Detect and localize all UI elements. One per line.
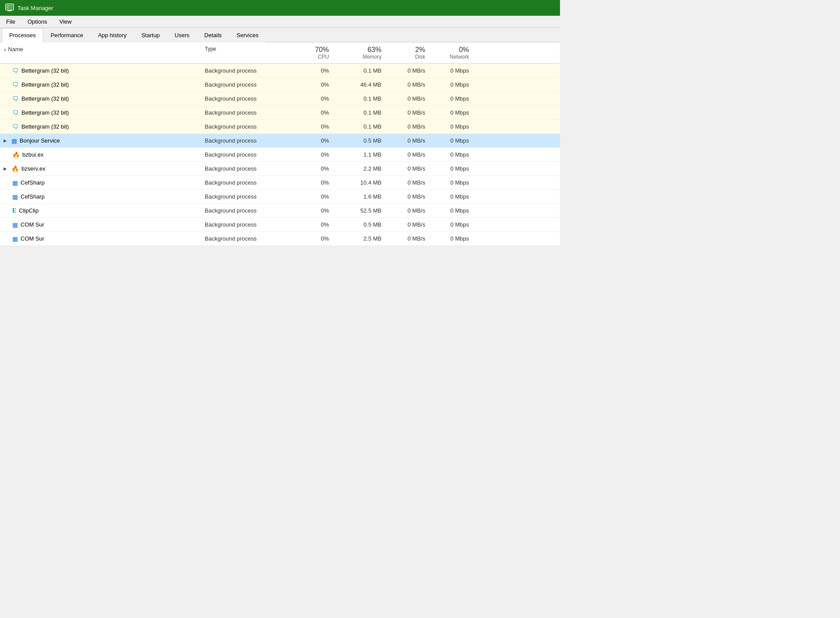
table-row[interactable]: 🗨 Bettergram (32 bit) Background process… <box>0 106 560 120</box>
process-disk-cell: 0 MB/s <box>385 66 429 76</box>
process-type-cell: Background process <box>201 108 289 118</box>
process-table: 🗨 Bettergram (32 bit) Background process… <box>0 64 560 246</box>
process-icon: 🗨 <box>12 81 19 88</box>
cpu-percent: 70% <box>292 46 329 54</box>
process-name-text: CefSharp <box>21 179 45 186</box>
tab-services[interactable]: Services <box>229 28 266 42</box>
menu-options[interactable]: Options <box>25 17 50 26</box>
network-percent: 0% <box>432 46 469 54</box>
col-cpu-header[interactable]: 70% CPU <box>289 44 332 62</box>
expand-arrow: ▶ <box>4 166 7 171</box>
process-name-cell: 🗨 Bettergram (32 bit) <box>0 121 201 132</box>
process-type-cell: Background process <box>201 164 289 174</box>
process-icon: 🗨 <box>12 123 19 130</box>
table-row[interactable]: 🔥 bzbui.ex Background process 0% 1.1 MB … <box>0 148 560 162</box>
process-name-cell: 🔥 bzbui.ex <box>0 150 201 160</box>
table-row[interactable]: ▦ CefSharp Background process 0% 1.6 MB … <box>0 190 560 204</box>
process-name-cell: 🗨 Bettergram (32 bit) <box>0 93 201 104</box>
process-icon: ▦ <box>12 221 18 228</box>
process-name-cell: ▶ 🔥 bzserv.ex <box>0 164 201 174</box>
process-name-cell: ▦ COM Sur <box>0 220 201 230</box>
title-bar: Task Manager <box>0 0 560 16</box>
process-memory-cell: 2.5 MB <box>332 234 385 244</box>
process-disk-cell: 0 MB/s <box>385 234 429 244</box>
table-header: ∧ Name Type 70% CPU 63% Memory 2% Disk 0… <box>0 42 560 64</box>
process-network-cell: 0 Mbps <box>429 66 472 76</box>
process-cpu-cell: 0% <box>289 122 332 132</box>
process-cpu-cell: 0% <box>289 80 332 90</box>
process-type-cell: Background process <box>201 80 289 90</box>
table-row[interactable]: E ClipClip Background process 0% 52.5 MB… <box>0 204 560 218</box>
process-type-cell: Background process <box>201 150 289 160</box>
memory-label: Memory <box>336 54 382 60</box>
table-row[interactable]: 🗨 Bettergram (32 bit) Background process… <box>0 78 560 92</box>
process-type-cell: Background process <box>201 192 289 202</box>
table-row[interactable]: 🗨 Bettergram (32 bit) Background process… <box>0 120 560 134</box>
col-name-header[interactable]: ∧ Name <box>0 44 201 62</box>
col-disk-header[interactable]: 2% Disk <box>385 44 429 62</box>
tab-app-history[interactable]: App history <box>91 28 134 42</box>
menu-view[interactable]: View <box>57 17 74 26</box>
process-type-cell: Background process <box>201 178 289 188</box>
title-bar-text: Task Manager <box>18 5 53 11</box>
process-memory-cell: 0.1 MB <box>332 94 385 104</box>
process-disk-cell: 0 MB/s <box>385 164 429 174</box>
process-name-text: Bettergram (32 bit) <box>21 67 69 74</box>
process-icon: 🔥 <box>11 165 19 172</box>
process-icon: 🔥 <box>12 151 20 158</box>
process-icon: E <box>12 207 16 214</box>
process-icon: ▦ <box>12 235 18 242</box>
table-row[interactable]: ▶ 🔥 bzserv.ex Background process 0% 2.2 … <box>0 162 560 176</box>
process-cpu-cell: 0% <box>289 136 332 146</box>
table-row[interactable]: 🗨 Bettergram (32 bit) Background process… <box>0 64 560 78</box>
process-name-text: CefSharp <box>21 193 45 200</box>
expand-arrow: ▶ <box>4 138 7 143</box>
disk-percent: 2% <box>388 46 425 54</box>
tab-details[interactable]: Details <box>197 28 229 42</box>
svg-rect-4 <box>7 7 9 9</box>
cpu-label: CPU <box>292 54 329 60</box>
process-name-text: Bettergram (32 bit) <box>21 95 69 102</box>
network-label: Network <box>432 54 469 60</box>
tabs-bar: Processes Performance App history Startu… <box>0 28 560 42</box>
table-row[interactable]: ▦ CefSharp Background process 0% 10.4 MB… <box>0 176 560 190</box>
table-row[interactable]: ▦ COM Sur Background process 0% 2.5 MB 0… <box>0 232 560 246</box>
process-cpu-cell: 0% <box>289 178 332 188</box>
process-icon: ▦ <box>11 137 17 144</box>
process-disk-cell: 0 MB/s <box>385 108 429 118</box>
svg-rect-3 <box>10 5 13 7</box>
process-cpu-cell: 0% <box>289 150 332 160</box>
process-name-text: Bettergram (32 bit) <box>21 81 69 88</box>
tab-performance[interactable]: Performance <box>43 28 91 42</box>
process-memory-cell: 10.4 MB <box>332 178 385 188</box>
process-cpu-cell: 0% <box>289 164 332 174</box>
process-name-cell: 🗨 Bettergram (32 bit) <box>0 107 201 118</box>
menu-file[interactable]: File <box>4 17 18 26</box>
process-name-text: COM Sur <box>21 221 44 228</box>
table-row[interactable]: ▦ COM Sur Background process 0% 0.5 MB 0… <box>0 218 560 232</box>
col-type-header[interactable]: Type <box>201 44 289 62</box>
process-network-cell: 0 Mbps <box>429 206 472 216</box>
sort-arrow: ∧ <box>4 47 7 52</box>
tab-processes[interactable]: Processes <box>2 28 43 42</box>
table-row[interactable]: 🗨 Bettergram (32 bit) Background process… <box>0 92 560 106</box>
process-name-text: bzbui.ex <box>22 151 43 158</box>
table-row[interactable]: ▶ ▦ Bonjour Service Background process 0… <box>0 134 560 148</box>
process-type-cell: Background process <box>201 66 289 76</box>
tab-users[interactable]: Users <box>167 28 197 42</box>
col-network-header[interactable]: 0% Network <box>429 44 472 62</box>
process-type-cell: Background process <box>201 220 289 230</box>
process-cpu-cell: 0% <box>289 206 332 216</box>
disk-label: Disk <box>388 54 425 60</box>
process-network-cell: 0 Mbps <box>429 108 472 118</box>
tab-startup[interactable]: Startup <box>134 28 167 42</box>
col-memory-header[interactable]: 63% Memory <box>332 44 385 62</box>
process-disk-cell: 0 MB/s <box>385 150 429 160</box>
process-icon: 🗨 <box>12 109 19 116</box>
process-disk-cell: 0 MB/s <box>385 192 429 202</box>
process-memory-cell: 0.1 MB <box>332 108 385 118</box>
process-disk-cell: 0 MB/s <box>385 206 429 216</box>
process-network-cell: 0 Mbps <box>429 220 472 230</box>
taskmanager-icon <box>5 3 14 12</box>
process-name-cell: 🗨 Bettergram (32 bit) <box>0 79 201 90</box>
